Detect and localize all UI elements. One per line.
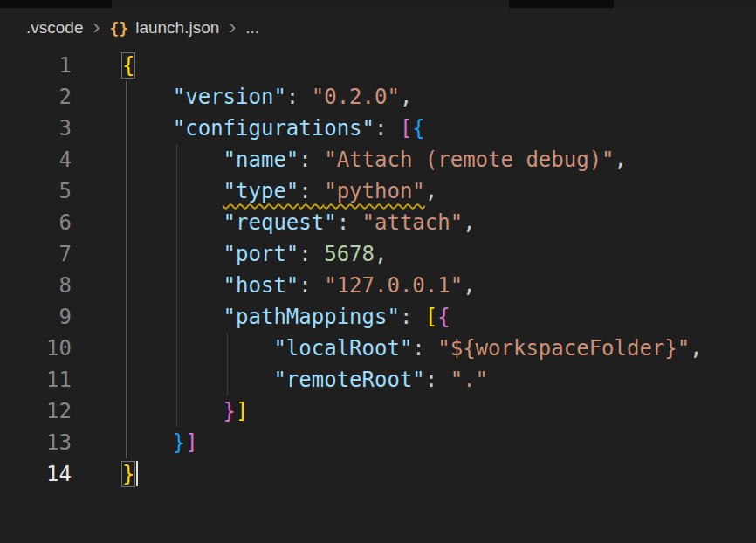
indent-guide	[227, 333, 228, 364]
code-token: :	[425, 368, 450, 392]
code-token: :	[286, 85, 312, 109]
line-number[interactable]: 4	[0, 144, 93, 175]
code-line-content[interactable]: "name": "Attach (remote debug)",	[93, 144, 756, 175]
code-token-warning: "python"	[324, 179, 425, 203]
indent-guide	[176, 270, 177, 301]
code-token	[122, 179, 223, 203]
code-line[interactable]: 13 }]	[0, 427, 756, 458]
code-token: "0.2.0"	[312, 85, 400, 109]
code-token: "name"	[223, 148, 299, 172]
line-number[interactable]: 12	[0, 395, 93, 427]
code-line[interactable]: 2 "version": "0.2.0",	[0, 81, 756, 113]
code-token: "host"	[223, 273, 299, 298]
line-number[interactable]: 14	[0, 458, 93, 490]
code-line[interactable]: 1{	[0, 50, 756, 81]
code-token: "pathMappings"	[223, 305, 400, 329]
code-token: "request"	[223, 210, 337, 235]
code-token: }	[173, 430, 185, 455]
breadcrumb-chevron-icon: ›	[93, 17, 100, 40]
code-line-content[interactable]: "pathMappings": [{	[93, 301, 756, 333]
code-line[interactable]: 12 }]	[0, 395, 756, 427]
line-number[interactable]: 9	[0, 301, 93, 333]
indent-guide	[176, 175, 177, 207]
code-line-content[interactable]: "remoteRoot": "."	[93, 364, 756, 395]
code-line[interactable]: 6 "request": "attach",	[0, 207, 756, 238]
code-token: :	[299, 242, 324, 266]
indent-guide	[176, 395, 177, 427]
code-line-content[interactable]: }]	[93, 395, 756, 427]
line-number[interactable]: 3	[0, 113, 93, 144]
code-line[interactable]: 9 "pathMappings": [{	[0, 301, 756, 333]
code-token: {	[122, 53, 134, 78]
line-number[interactable]: 2	[0, 81, 93, 113]
code-line-content[interactable]: "configurations": [{	[93, 113, 756, 144]
breadcrumb-item-vscode[interactable]: .vscode	[26, 18, 83, 38]
code-line[interactable]: 5 "type": "python",	[0, 175, 756, 207]
line-number[interactable]: 7	[0, 238, 93, 270]
code-token: "Attach (remote debug)"	[324, 148, 614, 172]
code-token: :	[337, 210, 362, 235]
code-token	[122, 430, 173, 455]
code-line-content[interactable]: "version": "0.2.0",	[93, 81, 756, 113]
breadcrumb: .vscode›{}launch.json›...	[0, 8, 756, 48]
code-line-content[interactable]: "type": "python",	[93, 175, 756, 207]
code-token: "localRoot"	[273, 336, 412, 361]
code-line-content[interactable]: }]	[93, 427, 756, 458]
code-token	[122, 210, 223, 235]
code-token: :	[299, 148, 324, 172]
code-line[interactable]: 4 "name": "Attach (remote debug)",	[0, 144, 756, 175]
code-token: "${workspaceFolder}"	[437, 336, 690, 361]
editor[interactable]: 1{2 "version": "0.2.0",3 "configurations…	[0, 48, 756, 490]
code-token: ,	[425, 179, 437, 203]
line-number[interactable]: 10	[0, 333, 93, 364]
code-token-warning: "type"	[223, 179, 299, 203]
code-line[interactable]: 3 "configurations": [{	[0, 113, 756, 144]
code-line-content[interactable]: "host": "127.0.0.1",	[93, 270, 756, 301]
indent-guide	[126, 301, 127, 333]
indent-guide	[126, 270, 127, 301]
code-token: "port"	[223, 242, 299, 266]
breadcrumb-label: launch.json	[135, 18, 219, 38]
line-number[interactable]: 8	[0, 270, 93, 301]
breadcrumb-item-launch-json[interactable]: {}launch.json	[109, 18, 219, 38]
tab-strip-segment	[614, 0, 756, 8]
code-line[interactable]: 7 "port": 5678,	[0, 238, 756, 270]
code-line-content[interactable]: {	[93, 50, 756, 81]
code-line-content[interactable]: "localRoot": "${workspaceFolder}",	[93, 333, 756, 364]
line-number[interactable]: 11	[0, 364, 93, 395]
code-line[interactable]: 14}	[0, 458, 756, 490]
code-token	[122, 148, 223, 172]
indent-guide	[126, 364, 127, 395]
code-token: :	[400, 305, 425, 329]
json-braces-icon: {}	[109, 19, 128, 38]
indent-guide	[176, 207, 177, 238]
code-token: :	[412, 336, 437, 361]
code-line[interactable]: 8 "host": "127.0.0.1",	[0, 270, 756, 301]
line-number[interactable]: 1	[0, 50, 93, 81]
indent-guide	[176, 333, 177, 364]
code-token: ,	[375, 242, 387, 266]
code-token: ,	[690, 336, 702, 361]
code-token: ,	[463, 210, 475, 235]
breadcrumb-item-[interactable]: ...	[245, 18, 259, 38]
code-token: ,	[400, 85, 412, 109]
indent-guide	[126, 144, 127, 175]
code-line[interactable]: 11 "remoteRoot": "."	[0, 364, 756, 395]
code-token: ]	[185, 430, 197, 455]
code-token-warning: :	[299, 179, 324, 203]
code-line-content[interactable]: "request": "attach",	[93, 207, 756, 238]
text-cursor	[136, 461, 138, 486]
line-number[interactable]: 13	[0, 427, 93, 458]
indent-guide	[176, 364, 177, 395]
code-line-content[interactable]: }	[93, 458, 756, 490]
code-token: :	[299, 273, 324, 298]
line-number[interactable]: 5	[0, 175, 93, 207]
line-number[interactable]: 6	[0, 207, 93, 238]
code-token: }	[223, 399, 236, 423]
indent-guide	[126, 113, 127, 144]
code-token	[122, 399, 223, 423]
indent-guide	[126, 238, 127, 270]
code-line[interactable]: 10 "localRoot": "${workspaceFolder}",	[0, 333, 756, 364]
code-token: "127.0.0.1"	[324, 273, 463, 298]
code-line-content[interactable]: "port": 5678,	[93, 238, 756, 270]
